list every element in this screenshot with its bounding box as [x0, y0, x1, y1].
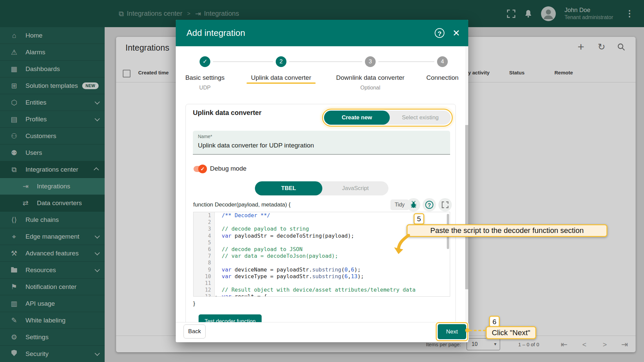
annotation-step-6-badge: 6	[489, 316, 500, 327]
debug-mode-toggle[interactable]: ✓	[194, 166, 207, 172]
code-line: 1/** Decoder **/	[194, 212, 450, 219]
back-button[interactable]: Back	[183, 324, 206, 339]
line-number: 10	[194, 273, 214, 280]
step-1-indicator[interactable]: ✓	[200, 56, 210, 67]
step-connector	[213, 61, 273, 62]
tidy-button[interactable]: Tidy	[390, 199, 409, 210]
code-line: 12// Result object with device/asset att…	[194, 287, 450, 293]
step-1-label: Basic settings	[185, 74, 224, 81]
name-field-label: Name*	[198, 134, 212, 139]
add-integration-dialog: Add integration ? ✕ ✓Basic settingsUDP2U…	[176, 20, 468, 342]
decoder-function-signature: function Decoder(payload, metadata) {	[193, 201, 290, 208]
annotation-connector-line	[469, 330, 486, 331]
line-number: 7	[194, 253, 214, 259]
tab-tbel[interactable]: TBEL	[255, 181, 322, 195]
annotation-arrow-icon	[393, 234, 412, 255]
name-field[interactable]: Name* Uplink data converter for UDP inte…	[193, 131, 450, 155]
step-3-label: Downlink data converter	[336, 74, 405, 81]
annotation-step-5-badge: 5	[414, 213, 424, 225]
line-number: 9	[194, 266, 214, 273]
script-help-icon[interactable]: ?	[423, 198, 436, 212]
section-heading: Uplink data converter	[193, 109, 262, 117]
editor-fullscreen-icon[interactable]	[438, 198, 452, 212]
debug-bug-icon[interactable]	[407, 198, 420, 212]
toggle-check-icon: ✓	[198, 165, 207, 173]
debug-mode-label: Debug mode	[210, 165, 247, 172]
script-language-toggle: TBEL JavaScript	[255, 181, 388, 195]
dialog-title: Add integration	[186, 28, 245, 38]
next-button[interactable]: Next	[438, 324, 466, 339]
line-number: 3	[194, 226, 214, 232]
annotation-step-5-text: Paste the script to the decoder function…	[407, 224, 607, 237]
name-field-value: Uplink data converter for UDP integratio…	[198, 142, 314, 149]
line-number: 6	[194, 246, 214, 253]
help-icon[interactable]: ?	[435, 28, 444, 38]
line-number: 13	[194, 293, 214, 297]
code-line: 13▾var result = {	[194, 293, 450, 297]
step-connector	[378, 61, 434, 62]
step-3-sublabel: Optional	[360, 85, 380, 91]
line-number: 11	[194, 280, 214, 287]
step-4-indicator[interactable]: 4	[437, 56, 448, 67]
annotation-step-6-text: Click "Next"	[486, 326, 536, 339]
create-new-toggle[interactable]: Create new	[324, 111, 390, 125]
step-2-label: Uplink data converter	[251, 74, 311, 81]
tab-javascript[interactable]: JavaScript	[322, 181, 388, 195]
converter-mode-toggle: Create new Select existing	[324, 111, 451, 125]
step-connector	[289, 61, 362, 62]
line-number: 8	[194, 259, 214, 266]
code-line: 10var deviceType = payloadStr.substring(…	[194, 273, 450, 280]
line-number: 5	[194, 239, 214, 246]
line-number: 12	[194, 287, 214, 293]
fold-arrow-icon[interactable]: ▾	[215, 293, 217, 297]
dialog-header: Add integration ? ✕	[176, 20, 468, 46]
code-line: 8	[194, 259, 450, 266]
line-number: 1	[194, 212, 214, 219]
screen: ⧉Integrations center>⇥Integrations John …	[0, 0, 644, 362]
line-number: 2	[194, 219, 214, 226]
dialog-scrollbar[interactable]	[465, 46, 468, 322]
line-number: 4	[194, 233, 214, 239]
code-line: 9var deviceName = payloadStr.substring(0…	[194, 266, 450, 273]
step-1-sublabel: UDP	[199, 85, 211, 91]
step-3-indicator[interactable]: 3	[365, 56, 376, 67]
code-line: 11	[194, 280, 450, 287]
select-existing-toggle[interactable]: Select existing	[390, 111, 451, 125]
close-icon[interactable]: ✕	[452, 28, 460, 39]
active-step-highlight	[247, 82, 316, 84]
step-4-label: Connection	[426, 74, 459, 81]
step-2-indicator[interactable]: 2	[276, 56, 286, 67]
closing-brace: }	[193, 300, 195, 307]
dialog-footer: Back Next	[176, 322, 468, 342]
